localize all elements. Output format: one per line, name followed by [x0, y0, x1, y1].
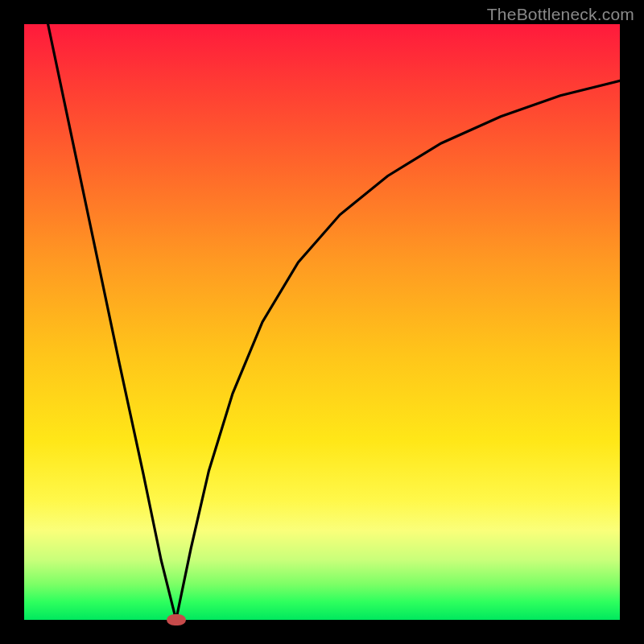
bottleneck-curve: [48, 24, 620, 620]
min-marker: [167, 614, 186, 625]
watermark-text: TheBottleneck.com: [487, 5, 634, 24]
curve-svg: [24, 24, 620, 620]
chart-frame: TheBottleneck.com: [0, 0, 644, 644]
plot-area: [24, 24, 620, 620]
